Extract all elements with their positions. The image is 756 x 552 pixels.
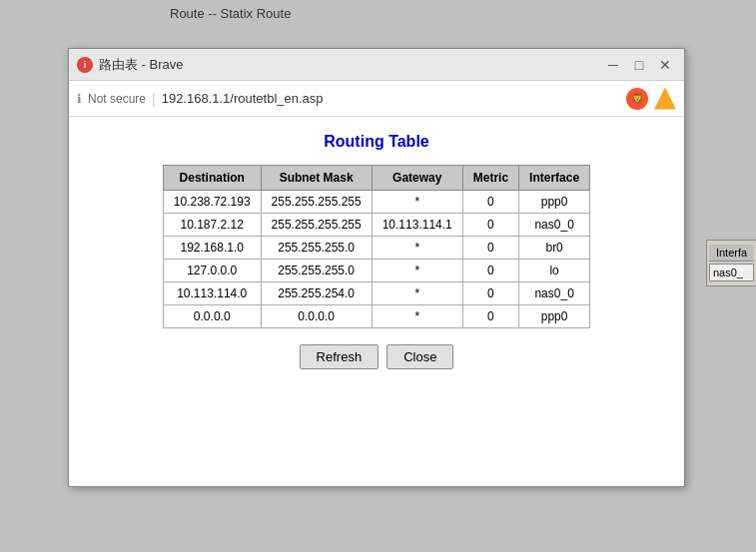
table-cell: br0: [519, 237, 590, 260]
browser-titlebar: i 路由表 - Brave ─ □ ✕: [69, 49, 684, 81]
table-cell: *: [372, 191, 462, 214]
browser-window: i 路由表 - Brave ─ □ ✕ ℹ Not secure | 192.1…: [68, 48, 685, 487]
browser-addressbar: ℹ Not secure | 192.168.1.1/routetbl_en.a…: [69, 81, 684, 117]
table-body: 10.238.72.193255.255.255.255*0ppp010.187…: [163, 191, 589, 328]
table-cell: 0: [462, 237, 518, 260]
table-cell: 255.255.255.0: [261, 237, 372, 260]
table-cell: 10.113.114.0: [163, 282, 261, 305]
column-header: Subnet Mask: [261, 166, 372, 191]
table-cell: *: [372, 305, 462, 328]
table-cell: 127.0.0.0: [163, 260, 261, 282]
column-header: Interface: [519, 166, 590, 191]
close-window-button[interactable]: ✕: [654, 54, 676, 76]
table-cell: ppp0: [519, 305, 590, 328]
table-cell: 0: [462, 191, 518, 214]
table-header-row: DestinationSubnet MaskGatewayMetricInter…: [163, 166, 589, 191]
table-cell: lo: [519, 260, 590, 282]
browser-title: 路由表 - Brave: [99, 56, 602, 74]
column-header: Metric: [462, 166, 518, 191]
table-cell: 192.168.1.0: [163, 237, 261, 260]
minimize-button[interactable]: ─: [602, 54, 624, 76]
browser-favicon-icon: i: [77, 57, 93, 73]
refresh-button[interactable]: Refresh: [300, 344, 379, 369]
security-icon: ℹ: [77, 92, 82, 106]
table-cell: nas0_0: [519, 282, 590, 305]
brave-shield-icon[interactable]: 🦁: [626, 88, 648, 110]
table-row: 10.113.114.0255.255.254.0*0nas0_0: [163, 282, 589, 305]
column-header: Destination: [163, 166, 261, 191]
background-title: Route -- Statix Route: [170, 6, 291, 21]
button-row: Refresh Close: [89, 344, 664, 369]
table-cell: 0.0.0.0: [261, 305, 372, 328]
table-cell: 0: [462, 260, 518, 282]
address-url[interactable]: 192.168.1.1/routetbl_en.asp: [162, 91, 620, 106]
brave-rewards-icon[interactable]: [654, 88, 676, 110]
table-cell: *: [372, 237, 462, 260]
table-cell: *: [372, 260, 462, 282]
page-title: Routing Table: [89, 133, 664, 151]
table-cell: *: [372, 282, 462, 305]
page-content: Routing Table DestinationSubnet MaskGate…: [69, 117, 684, 486]
table-cell: ppp0: [519, 191, 590, 214]
routing-table-wrapper: DestinationSubnet MaskGatewayMetricInter…: [89, 165, 664, 328]
table-cell: nas0_0: [519, 214, 590, 237]
table-cell: 255.255.255.255: [261, 214, 372, 237]
right-panel: Interfa nas0_: [706, 240, 756, 286]
right-panel-item: nas0_: [709, 264, 754, 281]
right-panel-title: Interfa: [709, 245, 754, 262]
routing-table: DestinationSubnet MaskGatewayMetricInter…: [163, 165, 590, 328]
table-row: 127.0.0.0255.255.255.0*0lo: [163, 260, 589, 282]
table-cell: 10.113.114.1: [372, 214, 462, 237]
table-row: 10.238.72.193255.255.255.255*0ppp0: [163, 191, 589, 214]
table-cell: 0: [462, 214, 518, 237]
table-cell: 255.255.254.0: [261, 282, 372, 305]
table-row: 10.187.2.12255.255.255.25510.113.114.10n…: [163, 214, 589, 237]
column-header: Gateway: [372, 166, 462, 191]
table-cell: 0: [462, 305, 518, 328]
table-cell: 0: [462, 282, 518, 305]
table-cell: 0.0.0.0: [163, 305, 261, 328]
table-row: 192.168.1.0255.255.255.0*0br0: [163, 237, 589, 260]
address-separator: |: [152, 91, 156, 107]
table-cell: 10.238.72.193: [163, 191, 261, 214]
maximize-button[interactable]: □: [628, 54, 650, 76]
not-secure-label: Not secure: [88, 92, 146, 106]
browser-controls: ─ □ ✕: [602, 54, 676, 76]
table-header: DestinationSubnet MaskGatewayMetricInter…: [163, 166, 589, 191]
table-cell: 10.187.2.12: [163, 214, 261, 237]
table-row: 0.0.0.00.0.0.0*0ppp0: [163, 305, 589, 328]
close-button[interactable]: Close: [386, 344, 453, 369]
table-cell: 255.255.255.0: [261, 260, 372, 282]
table-cell: 255.255.255.255: [261, 191, 372, 214]
